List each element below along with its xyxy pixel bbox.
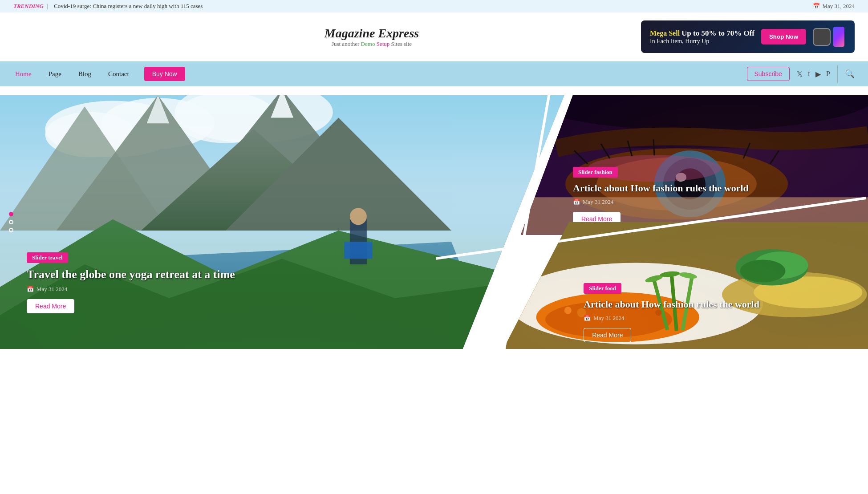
fashion-tag: Slider fashion	[573, 167, 618, 178]
trending-date: 📅 May 31, 2024	[813, 3, 855, 10]
watch-icon	[813, 28, 831, 46]
trending-bar: TRENDING | Covid-19 surge: China registe…	[0, 0, 868, 12]
svg-rect-18	[344, 242, 372, 259]
svg-point-53	[740, 259, 786, 282]
ad-mega-label: Mega Sell	[650, 29, 680, 37]
nav-item-contact[interactable]: Contact	[106, 62, 131, 86]
fashion-title: Article about How fashion rules the worl…	[573, 182, 749, 195]
travel-date-icon: 📅	[27, 286, 34, 293]
search-icon[interactable]: 🔍	[845, 69, 855, 79]
food-title: Article about How fashion rules the worl…	[584, 298, 759, 311]
trending-text: Covid-19 surge: China registers a new da…	[54, 3, 203, 9]
nav-item-page[interactable]: Page	[47, 62, 63, 86]
food-date: 📅 May 31 2024	[584, 315, 759, 322]
svg-line-31	[653, 139, 654, 156]
svg-point-46	[564, 307, 572, 314]
travel-tag: Slider travel	[27, 252, 68, 263]
twitter-icon[interactable]: 𝕏	[797, 70, 803, 78]
nav-left: Home Page Blog Contact Buy Now	[13, 62, 185, 86]
travel-read-more-button[interactable]: Read More	[27, 299, 74, 313]
travel-image: Slider travel Travel the globe one yoga …	[0, 95, 564, 349]
site-header: Magazine Express Just another Demo Setup…	[0, 12, 868, 61]
fashion-image: Slider fashion Article about How fashion…	[521, 95, 868, 235]
slider-travel-panel: Slider travel Travel the globe one yoga …	[0, 95, 564, 349]
ad-discount: Up to 50% to 70% Off	[681, 29, 754, 37]
header-spacer	[0, 86, 868, 95]
site-title: Magazine Express Just another Demo Setup…	[324, 26, 419, 48]
social-icons: 𝕏 f ▶ P	[797, 70, 830, 78]
travel-title: Travel the globe one yoga retreat at a t…	[27, 267, 235, 281]
ad-subtitle: In Each Item, Hurry Up	[650, 38, 754, 45]
slider-dot-1[interactable]	[9, 212, 13, 216]
facebook-icon[interactable]: f	[808, 70, 810, 78]
calendar-icon: 📅	[813, 3, 820, 10]
ad-title: Mega Sell Up to 50% to 70% Off	[650, 29, 754, 38]
slider-dot-2[interactable]	[9, 220, 13, 224]
main-nav: Home Page Blog Contact Buy Now Subscribe…	[0, 61, 868, 86]
nav-divider	[837, 65, 838, 83]
food-tag: Slider food	[584, 283, 621, 294]
ad-banner: Mega Sell Up to 50% to 70% Off In Each I…	[641, 20, 855, 53]
slider-dot-3[interactable]	[9, 228, 13, 232]
subscribe-button[interactable]: Subscribe	[747, 67, 790, 81]
svg-point-17	[350, 208, 367, 225]
food-date-icon: 📅	[584, 315, 591, 322]
fashion-date: 📅 May 31 2024	[573, 198, 749, 206]
buy-now-button[interactable]: Buy Now	[144, 67, 185, 81]
ad-icons	[813, 27, 844, 47]
fashion-date-icon: 📅	[573, 198, 580, 206]
site-tagline: Just another Demo Setup Sites site	[324, 40, 419, 48]
nav-item-home[interactable]: Home	[13, 62, 33, 86]
travel-date: 📅 May 31 2024	[27, 286, 235, 293]
trending-content: TRENDING | Covid-19 surge: China registe…	[13, 3, 203, 10]
phone-icon	[833, 27, 844, 47]
hero-slider: Slider travel Travel the globe one yoga …	[0, 95, 868, 349]
tagline-demo: Demo	[361, 40, 375, 47]
slider-dots	[9, 212, 13, 232]
nav-right: Subscribe 𝕏 f ▶ P 🔍	[747, 65, 855, 83]
nav-item-blog[interactable]: Blog	[77, 62, 93, 86]
ad-text: Mega Sell Up to 50% to 70% Off In Each I…	[650, 29, 754, 45]
tagline-setup: Setup	[377, 40, 390, 47]
trending-label: TRENDING	[13, 3, 44, 9]
youtube-icon[interactable]: ▶	[815, 70, 821, 78]
shop-now-button[interactable]: Shop Now	[761, 29, 806, 45]
food-read-more-button[interactable]: Read More	[584, 328, 631, 342]
slider-fashion-panel: Slider fashion Article about How fashion…	[521, 95, 868, 235]
pinterest-icon[interactable]: P	[826, 70, 830, 78]
